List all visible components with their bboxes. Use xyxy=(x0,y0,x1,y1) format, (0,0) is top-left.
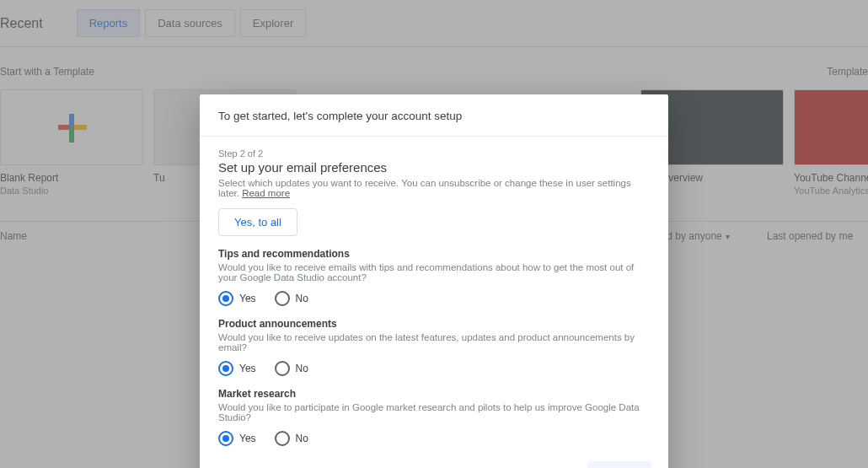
radio-label: No xyxy=(296,433,308,444)
pref-title: Tips and recommendations xyxy=(218,248,650,260)
pref-desc: Would you like to receive emails with ti… xyxy=(218,262,650,282)
cancel-button[interactable]: Cancel xyxy=(526,461,580,468)
dialog-section-desc: Select which updates you want to receive… xyxy=(218,178,650,198)
radio-announce-no[interactable]: No xyxy=(275,361,308,376)
pref-title: Product announcements xyxy=(218,318,650,330)
dialog-footer: Cancel Continue ↖ xyxy=(200,449,668,468)
pref-desc: Would you like to receive updates on the… xyxy=(218,332,650,352)
dialog-title: To get started, let's complete your acco… xyxy=(200,94,668,137)
radio-icon xyxy=(218,291,233,306)
radio-icon xyxy=(275,431,290,446)
radio-icon xyxy=(218,431,233,446)
radio-row: Yes No xyxy=(218,361,650,376)
pref-tips: Tips and recommendations Would you like … xyxy=(218,248,650,306)
radio-announce-yes[interactable]: Yes xyxy=(218,361,256,376)
radio-icon xyxy=(275,361,290,376)
radio-label: No xyxy=(296,293,308,304)
radio-label: Yes xyxy=(239,363,256,374)
dialog-step: Step 2 of 2 xyxy=(218,148,650,159)
dialog-section-title: Set up your email preferences xyxy=(218,160,650,175)
radio-label: No xyxy=(296,363,308,374)
modal-overlay: To get started, let's complete your acco… xyxy=(0,0,868,468)
continue-button[interactable]: Continue ↖ xyxy=(587,461,651,468)
radio-label: Yes xyxy=(239,433,256,444)
radio-row: Yes No xyxy=(218,291,650,306)
radio-research-no[interactable]: No xyxy=(275,431,308,446)
radio-row: Yes No xyxy=(218,431,650,446)
yes-to-all-button[interactable]: Yes, to all xyxy=(218,208,297,236)
dialog-body: Step 2 of 2 Set up your email preference… xyxy=(200,137,668,449)
pref-title: Market research xyxy=(218,388,650,400)
account-setup-dialog: To get started, let's complete your acco… xyxy=(200,94,668,468)
radio-label: Yes xyxy=(239,293,256,304)
radio-tips-no[interactable]: No xyxy=(275,291,308,306)
read-more-link[interactable]: Read more xyxy=(242,188,290,198)
pref-announcements: Product announcements Would you like to … xyxy=(218,318,650,376)
radio-research-yes[interactable]: Yes xyxy=(218,431,256,446)
radio-icon xyxy=(218,361,233,376)
pref-desc: Would you like to participate in Google … xyxy=(218,402,650,422)
radio-tips-yes[interactable]: Yes xyxy=(218,291,256,306)
pref-research: Market research Would you like to partic… xyxy=(218,388,650,446)
radio-icon xyxy=(275,291,290,306)
